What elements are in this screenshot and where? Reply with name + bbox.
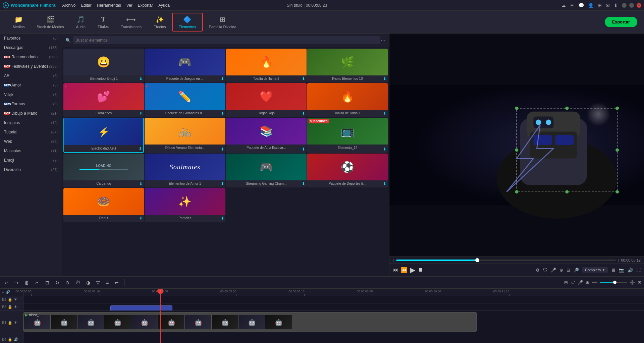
- lock-icon-b3[interactable]: 🔒: [8, 297, 12, 302]
- element-card-corazones[interactable]: 💕 Corazones ♥ ⬇: [63, 83, 144, 117]
- message-icon[interactable]: 💬: [578, 3, 584, 8]
- monitor-icon[interactable]: 🖥: [611, 268, 615, 273]
- clip-video-main[interactable]: ▶ video_1 🤖 🤖 🤖 🤖 🤖 🤖 🤖 🤖 🤖: [23, 312, 477, 332]
- eye-icon-b2[interactable]: 👁: [14, 305, 17, 309]
- toolbar-medios[interactable]: 📁 Medios: [7, 13, 31, 31]
- link-icon[interactable]: 🔗: [5, 290, 10, 294]
- element-card-elementoo-amor1[interactable]: Soulmates Elementoo de Amor 1 ⬇: [145, 154, 225, 187]
- mic2-icon[interactable]: 🎤: [578, 280, 583, 285]
- sidebar-item-favoritos[interactable]: Favoritos (0): [0, 34, 62, 43]
- element-card-deportes[interactable]: ⚽ Paquete de Deportes E... ⬇: [307, 154, 388, 187]
- track-content-b1[interactable]: ▶ video_1 🤖 🤖 🤖 🤖 🤖 🤖 🤖 🤖 🤖: [23, 311, 644, 334]
- mask-button[interactable]: ▽: [95, 279, 102, 286]
- element-card-dia-verano[interactable]: 🚲 Día de Verano Elemento... ⬇: [145, 118, 225, 153]
- sun-icon[interactable]: ☀: [570, 3, 574, 8]
- zoom-icon[interactable]: 🔎: [574, 268, 579, 273]
- grid-view-icon[interactable]: ⋯: [380, 37, 386, 44]
- menu-editar[interactable]: Editar: [81, 3, 91, 8]
- speed-button[interactable]: ⏱: [74, 279, 82, 286]
- element-card-garabatos[interactable]: ✏️ Paquete de Garabatos d... ♥ ⬇: [145, 83, 225, 117]
- rotate-button[interactable]: ↻: [54, 279, 61, 286]
- menu-archivo[interactable]: Archivo: [62, 3, 75, 8]
- element-card-paquete-juegos[interactable]: 🎮 Paquete de Juegos en ... ⬇: [145, 49, 225, 82]
- element-card-particles[interactable]: ✨ Particles ⬇: [145, 188, 225, 222]
- sidebar-item-web[interactable]: Web (56): [0, 137, 62, 146]
- mic-icon[interactable]: 🎤: [551, 268, 556, 273]
- element-card-picnic10[interactable]: 🌿 Picnic Elementoo 10 ⬇: [307, 49, 388, 82]
- track-content-b2[interactable]: 🔷 Electricidad Azul: [23, 303, 644, 310]
- lock-icon-b4[interactable]: 🔒: [8, 337, 12, 342]
- menu-ayuda[interactable]: Ayuda: [158, 3, 170, 8]
- cut-button[interactable]: ✂: [34, 279, 41, 286]
- sidebar-item-tutorial[interactable]: Tutorial (64): [0, 127, 62, 137]
- audio-adj-button[interactable]: ≡: [104, 279, 110, 286]
- minus-icon[interactable]: ➖: [592, 280, 597, 285]
- toolbar-titulos[interactable]: 𝐓 Títulos: [92, 13, 115, 31]
- minimize-button[interactable]: ─: [622, 3, 627, 8]
- sidebar-item-ar[interactable]: AR (8): [0, 71, 62, 80]
- close-button[interactable]: ✕: [637, 3, 641, 8]
- eye-icon-b3[interactable]: 👁: [14, 297, 17, 302]
- sidebar-item-festivales[interactable]: HOT Festivales y Eventos (258): [0, 62, 62, 71]
- play-button[interactable]: ▶: [410, 266, 415, 274]
- menu-exportar[interactable]: Exportar: [138, 3, 153, 8]
- redo-button[interactable]: ↪: [13, 279, 20, 286]
- prev-frame-button[interactable]: ⏪: [401, 267, 408, 273]
- split-icon[interactable]: ⊕: [586, 280, 589, 285]
- sidebar-item-mascotas[interactable]: Mascotas (11): [0, 146, 62, 156]
- download-icon[interactable]: ⬇: [614, 3, 618, 8]
- volume-icon[interactable]: 🔊: [628, 268, 633, 273]
- element-card-toalita1[interactable]: 🔥 Toalita de llama 1 ⬇: [307, 83, 388, 117]
- cloud-icon[interactable]: ☁: [561, 3, 566, 8]
- search-input[interactable]: [73, 36, 380, 44]
- lock-icon-b1[interactable]: 🔒: [8, 321, 12, 325]
- clip-electricidad-azul[interactable]: 🔷 Electricidad Azul: [110, 305, 172, 310]
- camera-icon[interactable]: 📷: [619, 268, 624, 273]
- element-card-donut[interactable]: 🍩 Donut ⬇: [63, 188, 144, 222]
- add-track-icon[interactable]: +: [2, 290, 4, 294]
- undo-button[interactable]: ↩: [3, 279, 10, 286]
- shield-icon[interactable]: 🛡: [543, 268, 547, 273]
- user-icon[interactable]: 👤: [588, 3, 594, 8]
- crop-icon[interactable]: ⊟: [567, 268, 570, 273]
- element-card-elemento14[interactable]: SUBSCRIBED 📺 Elemento_14 ⬇: [307, 118, 388, 153]
- render-preview-icon[interactable]: ⊞: [564, 280, 568, 285]
- fullscreen-icon[interactable]: ⛶: [636, 268, 641, 273]
- maximize-button[interactable]: □: [629, 3, 634, 8]
- progress-bar[interactable]: [396, 260, 616, 261]
- shield2-icon[interactable]: 🛡: [571, 280, 575, 285]
- toolbar-stock[interactable]: 🎬 Stock de Medios: [31, 13, 70, 31]
- element-card-streaming[interactable]: 🎮 Streaming Gaming Cham... ⬇: [226, 154, 307, 187]
- expand-icon[interactable]: ⊠: [638, 280, 641, 285]
- element-card-toalita2[interactable]: 🔥 Toalita de llama 2 ⬇: [226, 49, 307, 82]
- export-button[interactable]: Exportar: [605, 17, 637, 27]
- speaker-icon-b4[interactable]: 🔊: [14, 337, 18, 342]
- sidebar-item-diversion[interactable]: Diversión (27): [0, 165, 62, 174]
- crop-btn[interactable]: ⊡: [44, 279, 51, 286]
- ai-button[interactable]: ⊙: [64, 279, 71, 286]
- rewind-button[interactable]: ⏮: [393, 267, 398, 273]
- mail-icon[interactable]: ✉: [606, 3, 610, 8]
- render-icon[interactable]: ⚙: [536, 268, 540, 273]
- sidebar-item-descargas[interactable]: Descargas (133): [0, 43, 62, 52]
- delete-button[interactable]: 🗑: [23, 279, 31, 286]
- element-card-aula-escolar[interactable]: 📚 Paquete de Aula Escolar... ⬇: [226, 118, 307, 153]
- toolbar-elementos[interactable]: 🔷 Elementos: [172, 13, 203, 32]
- plus-icon[interactable]: ➕: [630, 280, 635, 285]
- zoom-thumb[interactable]: [613, 281, 616, 284]
- color-button[interactable]: ◑: [85, 279, 92, 286]
- sidebar-item-insignias[interactable]: Insignias (12): [0, 118, 62, 127]
- eye-icon-b1[interactable]: 👁: [14, 321, 17, 325]
- transition-btn[interactable]: ⇌: [113, 279, 120, 286]
- toolbar-audio[interactable]: 🎵 Audio: [70, 13, 92, 31]
- menu-herramientas[interactable]: Herramientas: [97, 3, 121, 8]
- sidebar-item-viaje[interactable]: Viaje (6): [0, 90, 62, 99]
- toolbar-pantalla[interactable]: ⊞ Pantalla Dividida: [203, 13, 243, 31]
- grid-icon[interactable]: ⊞: [598, 3, 602, 8]
- lock-icon-b2[interactable]: 🔒: [8, 305, 12, 309]
- element-card-hogar-rojo[interactable]: ❤️ Hogar Rojo ⬇: [226, 83, 307, 117]
- zoom-level-dropdown[interactable]: Completo ▼: [582, 267, 608, 273]
- sidebar-item-emoji[interactable]: Emoji (9): [0, 156, 62, 165]
- zoom-slider[interactable]: [600, 282, 627, 283]
- stop-button[interactable]: ⏹: [418, 267, 423, 273]
